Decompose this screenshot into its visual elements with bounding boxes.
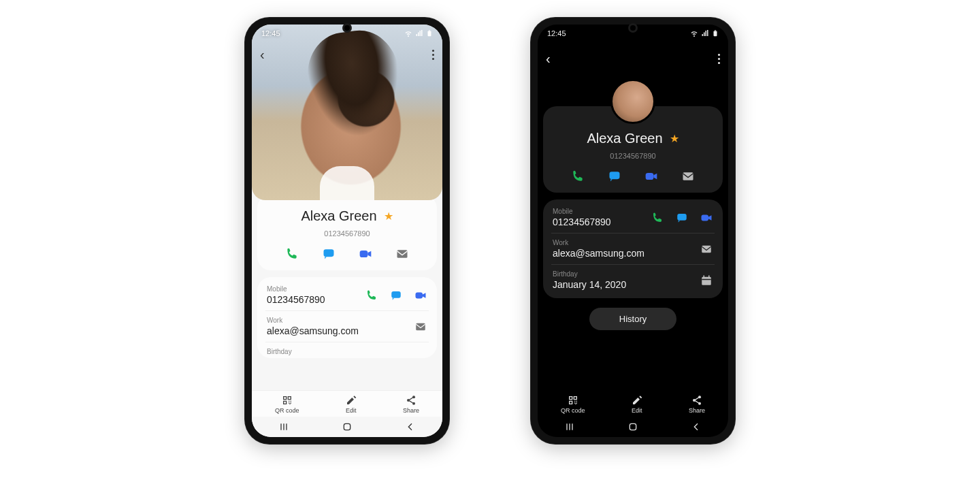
- birthday-row[interactable]: Birthday January 14, 2020: [551, 264, 715, 295]
- message-icon[interactable]: [608, 170, 621, 183]
- svg-rect-19: [702, 245, 711, 253]
- back-button[interactable]: ‹: [260, 48, 265, 61]
- share-button[interactable]: Share: [689, 395, 705, 414]
- phone-light: 12:45 ‹ Alexa Green ★ 01234567890: [245, 18, 449, 444]
- svg-rect-18: [702, 214, 709, 221]
- edit-button[interactable]: Edit: [632, 395, 642, 414]
- svg-rect-14: [610, 172, 620, 179]
- nav-bar: [538, 417, 728, 437]
- qr-icon: [568, 395, 578, 406]
- row-email-icon[interactable]: [414, 320, 427, 334]
- favorite-star-icon[interactable]: ★: [670, 132, 679, 145]
- contact-header-card: Alexa Green ★ 01234567890: [257, 195, 437, 270]
- qr-code-button[interactable]: QR code: [275, 395, 299, 414]
- row-video-icon[interactable]: [414, 289, 427, 302]
- svg-rect-1: [429, 30, 431, 31]
- svg-rect-17: [677, 214, 687, 221]
- contact-details-card: Mobile 01234567890 Work alexa@samsung.co…: [257, 277, 437, 358]
- qr-label: QR code: [275, 407, 299, 414]
- edit-label: Edit: [632, 407, 642, 414]
- row-call-icon[interactable]: [651, 211, 664, 225]
- more-button[interactable]: [718, 54, 720, 64]
- nav-home-icon[interactable]: [342, 421, 353, 432]
- nav-back-icon[interactable]: [691, 421, 702, 432]
- history-button[interactable]: History: [589, 308, 676, 330]
- email-icon[interactable]: [395, 247, 409, 261]
- video-call-icon[interactable]: [359, 247, 372, 261]
- svg-rect-5: [391, 291, 401, 298]
- svg-rect-13: [715, 30, 717, 31]
- camera-punch: [628, 23, 638, 33]
- back-button[interactable]: ‹: [546, 52, 551, 65]
- name-row: Alexa Green ★: [263, 208, 431, 224]
- nav-recents-icon[interactable]: [564, 421, 575, 432]
- share-icon: [406, 395, 416, 406]
- svg-rect-4: [397, 250, 408, 258]
- svg-rect-26: [630, 423, 636, 430]
- svg-rect-3: [360, 251, 368, 257]
- contact-name: Alexa Green: [301, 208, 376, 224]
- favorite-star-icon[interactable]: ★: [384, 210, 393, 223]
- nav-recents-icon[interactable]: [278, 421, 289, 432]
- contact-number: 01234567890: [263, 229, 431, 238]
- share-label: Share: [689, 407, 705, 414]
- svg-rect-21: [704, 275, 705, 278]
- call-icon[interactable]: [571, 170, 585, 183]
- signal-icon: [701, 29, 709, 37]
- share-button[interactable]: Share: [403, 395, 419, 414]
- work-email-row[interactable]: Work alexa@samsung.com: [265, 310, 429, 342]
- wifi-icon: [404, 29, 412, 37]
- row-email-icon[interactable]: [700, 242, 713, 256]
- svg-rect-22: [708, 275, 710, 278]
- screen-light: 12:45 ‹ Alexa Green ★ 01234567890: [252, 25, 442, 437]
- work-value: alexa@samsung.com: [267, 325, 359, 336]
- pencil-icon: [346, 395, 357, 406]
- qr-code-button[interactable]: QR code: [561, 395, 585, 414]
- battery-icon: [426, 29, 433, 38]
- birthday-label: Birthday: [267, 348, 292, 355]
- mobile-value: 01234567890: [267, 294, 325, 305]
- video-call-icon[interactable]: [644, 170, 658, 183]
- mobile-row[interactable]: Mobile 01234567890: [265, 280, 429, 310]
- edit-label: Edit: [346, 407, 357, 414]
- wifi-icon: [690, 29, 698, 37]
- nav-bar: [252, 417, 442, 437]
- name-row: Alexa Green ★: [549, 131, 717, 146]
- bottom-action-bar: QR code Edit Share: [252, 390, 442, 417]
- svg-rect-0: [428, 31, 431, 37]
- primary-action-row: [263, 247, 431, 261]
- svg-rect-6: [416, 292, 423, 298]
- edit-button[interactable]: Edit: [346, 395, 357, 414]
- mobile-label: Mobile: [267, 285, 325, 293]
- row-video-icon[interactable]: [700, 211, 713, 225]
- row-message-icon[interactable]: [389, 289, 403, 302]
- nav-back-icon[interactable]: [405, 421, 416, 432]
- birthday-row[interactable]: Birthday January 14, 2020: [265, 342, 429, 355]
- contact-name: Alexa Green: [587, 131, 662, 146]
- more-button[interactable]: [432, 50, 434, 60]
- work-email-row[interactable]: Work alexa@samsung.com: [551, 233, 715, 264]
- share-label: Share: [403, 407, 419, 414]
- status-icons: [404, 29, 433, 38]
- svg-rect-20: [702, 276, 711, 285]
- signal-icon: [415, 29, 423, 37]
- camera-punch: [342, 23, 352, 33]
- message-icon[interactable]: [322, 247, 336, 261]
- mobile-value: 01234567890: [553, 216, 611, 227]
- svg-rect-15: [646, 173, 654, 180]
- status-icons: [690, 29, 719, 38]
- calendar-icon[interactable]: [700, 274, 713, 287]
- mobile-row[interactable]: Mobile 01234567890: [551, 202, 715, 233]
- row-call-icon[interactable]: [365, 289, 378, 302]
- birthday-value: January 14, 2020: [553, 279, 626, 290]
- email-icon[interactable]: [681, 170, 695, 183]
- primary-action-row: [549, 170, 717, 183]
- work-label: Work: [267, 317, 359, 324]
- app-bar: ‹: [252, 41, 442, 68]
- row-message-icon[interactable]: [675, 211, 689, 225]
- call-icon[interactable]: [285, 247, 299, 261]
- contact-header-card: Alexa Green ★ 01234567890: [543, 106, 723, 193]
- contact-avatar[interactable]: [610, 79, 655, 124]
- mobile-label: Mobile: [553, 208, 611, 215]
- nav-home-icon[interactable]: [627, 421, 638, 432]
